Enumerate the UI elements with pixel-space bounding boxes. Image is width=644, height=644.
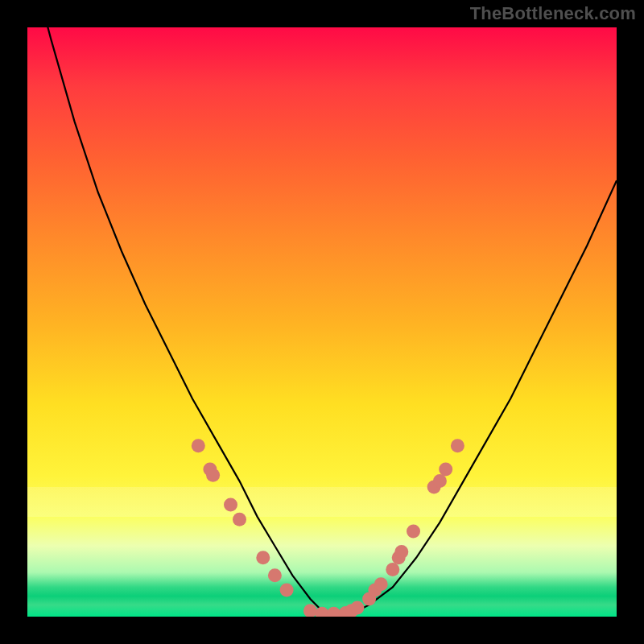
marker-dot — [303, 604, 317, 617]
marker-dot — [224, 497, 237, 511]
marker-dot — [439, 463, 452, 477]
marker-dot — [268, 568, 282, 582]
marker-dot — [350, 601, 364, 615]
marker-dot — [280, 584, 294, 597]
chart-frame: TheBottleneck.com — [0, 0, 644, 644]
marker-dot — [192, 439, 205, 452]
marker-dot — [256, 551, 270, 564]
plot-area — [27, 27, 617, 617]
marker-dot — [407, 524, 420, 538]
marker-dot — [433, 474, 447, 488]
marker-dot — [394, 545, 408, 559]
bottleneck-curve — [27, 27, 617, 613]
marker-dot — [386, 563, 399, 576]
watermark-text: TheBottleneck.com — [470, 3, 636, 24]
marker-dots — [192, 439, 464, 617]
marker-dot — [327, 607, 341, 617]
marker-dot — [374, 577, 388, 591]
curve-layer — [27, 27, 617, 617]
marker-dot — [206, 469, 220, 482]
marker-dot — [233, 513, 246, 526]
marker-dot — [316, 607, 329, 617]
marker-dot — [451, 439, 464, 452]
